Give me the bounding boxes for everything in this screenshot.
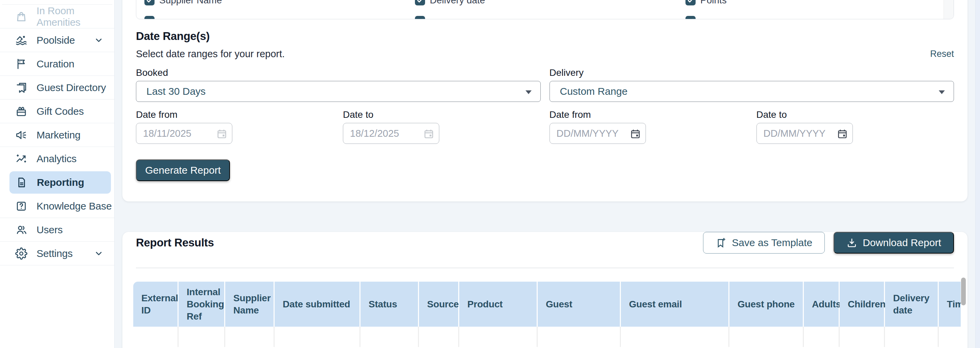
sidebar-item-label: Poolside [37,35,94,46]
column-header-guest-phone: Guest phone [729,282,804,327]
reporting-page: In Room AmenitiesPoolsideCurationGuest D… [0,0,980,348]
column-header-time: Time [939,282,961,327]
chevron-down-icon [94,35,103,45]
calendar-icon[interactable] [630,128,641,139]
sidebar-item-poolside[interactable]: Poolside [0,29,114,52]
column-header-external-id: External ID [133,282,178,327]
generate-report-button[interactable]: Generate Report [136,160,230,181]
sidebar-top-divider [2,0,112,5]
table-cell-empty [939,327,961,347]
report-results-title: Report Results [136,236,214,249]
swimmer-icon [15,34,27,46]
table-cell-empty [419,327,459,347]
table-cell-empty [133,327,178,347]
column-header-adults: Adults [804,282,840,327]
save-as-template-button[interactable]: Save as Template [703,232,825,254]
sidebar-item-curation[interactable]: Curation [0,52,114,76]
booked-label: Booked [136,67,541,78]
sidebar-item-label: Settings [37,248,94,259]
calendar-icon[interactable] [837,128,848,139]
checkbox-checked-icon[interactable] [145,0,154,5]
calendar-icon[interactable] [423,128,434,139]
column-options-row-partial [136,14,954,19]
reset-link[interactable]: Reset [930,49,954,59]
column-header-date-submitted: Date submitted [275,282,361,327]
column-option-partial[interactable] [686,16,954,19]
column-option-supplier-name[interactable]: Supplier Name [145,0,415,6]
sidebar-item-settings[interactable]: Settings [0,242,114,265]
column-option-label: Supplier Name [159,0,222,6]
checkbox-checked-icon[interactable] [415,0,425,5]
column-options-panel: Supplier NameDelivery datePoints [136,0,954,19]
table-cell-empty [729,327,804,347]
results-table-header-row: External IDInternal Booking RefSupplier … [133,282,961,327]
column-option-points[interactable]: Points [686,0,954,6]
table-cell-empty [275,327,361,347]
sidebar-item-label: Gift Codes [37,105,114,117]
table-scrollbar-thumb[interactable] [961,278,966,305]
delivery-range-value: Custom Range [560,86,628,97]
column-header-internal-booking-ref: Internal Booking Ref [178,282,225,327]
sidebar-item-label: Knowledge Base [37,200,114,212]
date-ranges-subtitle: Select date ranges for your report. [136,48,285,59]
checkbox-checked-icon[interactable] [145,16,154,19]
checkbox-checked-icon[interactable] [415,16,425,19]
bookmark-icon [15,81,27,94]
select-caret-icon [939,90,945,94]
chevron-down-icon [94,249,103,258]
bag-icon [15,11,27,23]
megaphone-icon [15,129,27,141]
column-header-source: Source [419,282,459,327]
column-header-status: Status [361,282,419,327]
column-option-delivery-date[interactable]: Delivery date [415,0,686,6]
column-header-product: Product [459,282,538,327]
date-ranges-title: Date Range(s) [136,29,954,43]
flag-icon [15,58,27,70]
table-cell-empty [885,327,939,347]
report-filters-card: Supplier NameDelivery datePoints Date Ra… [123,0,967,201]
booked-range-select[interactable]: Last 30 Days [136,81,541,102]
column-header-supplier-name: Supplier Name [225,282,275,327]
sidebar-menu: In Room AmenitiesPoolsideCurationGuest D… [0,5,114,265]
results-table: External IDInternal Booking RefSupplier … [133,282,966,347]
sidebar-item-knowledge-base[interactable]: Knowledge Base [0,194,114,218]
checkbox-checked-icon[interactable] [686,0,695,5]
sidebar-item-guest-directory[interactable]: Guest Directory [0,76,114,99]
download-report-label: Download Report [863,237,941,249]
calendar-icon[interactable] [216,128,227,139]
sidebar-item-reporting[interactable]: Reporting [10,171,111,194]
sidebar-item-label: Analytics [37,153,114,164]
sidebar-item-analytics[interactable]: Analytics [0,147,114,171]
analytics-icon [15,153,27,165]
sidebar-item-label: Users [37,224,114,236]
users-icon [15,224,27,236]
table-cell-empty [459,327,538,347]
delivery-range-select[interactable]: Custom Range [549,81,954,102]
bookmark-plus-icon [716,237,726,248]
column-header-delivery-date: Delivery date [885,282,939,327]
results-table-empty-row [133,327,961,347]
sidebar-item-gift-codes[interactable]: Gift Codes [0,99,114,123]
sidebar-item-in-room-amenities[interactable]: In Room Amenities [0,5,114,29]
report-results-card: Report Results Save as Template Download… [123,232,967,348]
main-content: Supplier NameDelivery datePoints Date Ra… [115,0,975,348]
page-scrollbar[interactable] [975,0,980,348]
table-cell-empty [225,327,275,347]
column-option-label: Points [700,0,727,6]
column-option-partial[interactable] [415,16,686,19]
download-report-button[interactable]: Download Report [834,232,954,254]
column-option-label: Delivery date [430,0,485,6]
sidebar-item-label: Curation [37,58,114,70]
sidebar-item-users[interactable]: Users [0,218,114,242]
booked-range-value: Last 30 Days [146,86,205,97]
sidebar-item-label: Reporting [37,177,111,188]
checkbox-checked-icon[interactable] [686,16,695,19]
sidebar-item-marketing[interactable]: Marketing [0,123,114,147]
help-icon [15,200,27,212]
download-icon [846,237,857,248]
sidebar-item-label: In Room Amenities [37,5,114,28]
delivery-date-from-label: Date from [549,109,646,120]
table-cell-empty [538,327,621,347]
column-options-scrollbar[interactable] [943,0,954,19]
column-option-partial[interactable] [145,16,415,19]
